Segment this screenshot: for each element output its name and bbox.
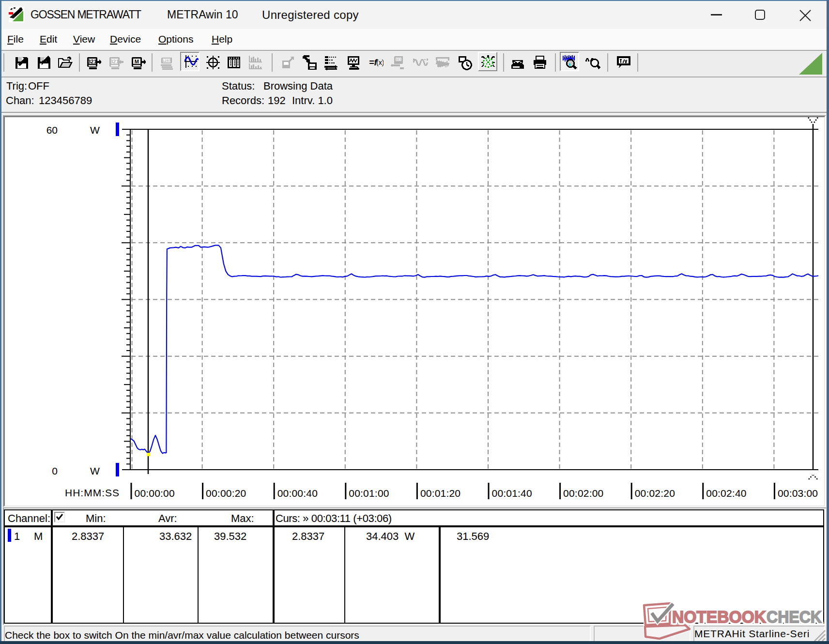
svg-text:(x): (x): [376, 59, 384, 66]
svg-text:00:02:00: 00:02:00: [563, 488, 603, 499]
svg-text:W: W: [90, 124, 100, 136]
svg-text:1257: 1257: [163, 59, 171, 63]
svg-text:00:00:20: 00:00:20: [206, 488, 246, 499]
svg-text:321: 321: [396, 57, 401, 61]
svg-text:321: 321: [88, 59, 96, 64]
svg-text:00:01:00: 00:01:00: [349, 488, 389, 499]
svg-text:W: W: [90, 465, 100, 476]
svg-text:CHECK: CHECK: [767, 607, 822, 626]
svg-text:HH:MM:SS: HH:MM:SS: [65, 487, 120, 498]
svg-text:00:01:20: 00:01:20: [420, 488, 461, 499]
svg-text:60: 60: [46, 124, 58, 136]
svg-text:321: 321: [110, 59, 119, 64]
svg-text:00:00:00: 00:00:00: [135, 488, 175, 499]
svg-text:00:02:40: 00:02:40: [706, 488, 746, 499]
svg-text:00:03:00: 00:03:00: [778, 488, 818, 499]
svg-text:00:02:20: 00:02:20: [635, 488, 675, 499]
svg-text:M: M: [135, 59, 139, 64]
svg-text:00:01:40: 00:01:40: [492, 488, 532, 499]
svg-text:00:00:40: 00:00:40: [277, 488, 318, 499]
svg-text:NOTEBOOK: NOTEBOOK: [672, 607, 766, 626]
svg-text:0: 0: [52, 465, 58, 476]
